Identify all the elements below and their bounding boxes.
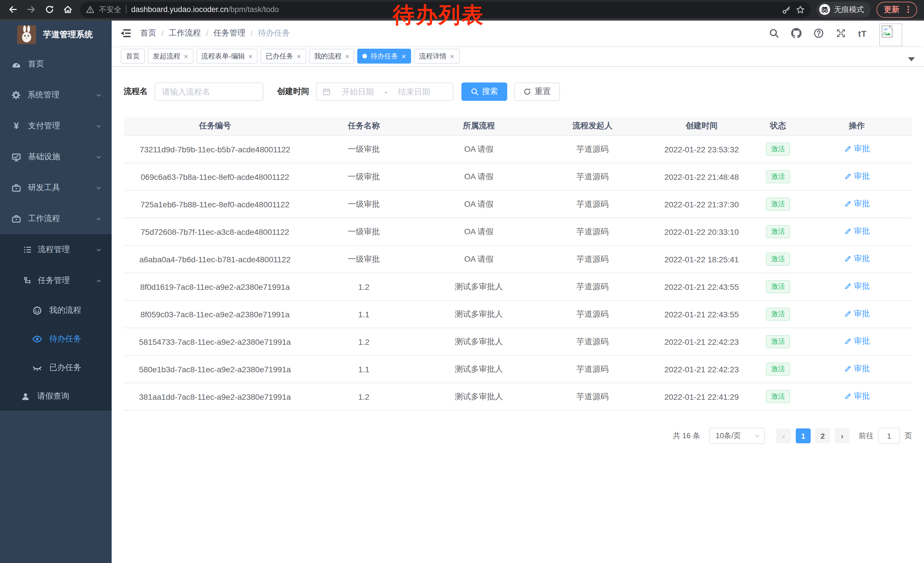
help-icon[interactable] (813, 28, 824, 38)
browser-toolbar: 不安全 dashboard.yudao.iocoder.cn/bpm/task/… (0, 0, 924, 21)
reset-button[interactable]: 重置 (514, 83, 560, 101)
pencil-icon (844, 282, 852, 290)
password-key-icon[interactable] (782, 5, 791, 14)
approve-link[interactable]: 审批 (844, 254, 870, 264)
approve-link[interactable]: 审批 (844, 391, 870, 401)
close-icon[interactable]: × (450, 53, 454, 60)
search-icon[interactable] (769, 28, 779, 38)
breadcrumb-workflow[interactable]: 工作流程 (169, 28, 201, 38)
sidebar-item-home[interactable]: 首页 (0, 49, 112, 80)
task-id: 580e1b3d-7ac8-11ec-a9e2-a2380e71991a (124, 365, 306, 374)
next-page-button[interactable]: › (835, 428, 850, 443)
sidebar-item-leave-query[interactable]: 请假查询 (0, 382, 112, 411)
process-name-label: 流程名 (124, 87, 148, 97)
app-title: 芋道管理系统 (43, 29, 93, 40)
column-initiator: 流程发起人 (536, 121, 649, 131)
sidebar-item-process-management[interactable]: 流程管理 (0, 234, 112, 265)
sidebar-item-system[interactable]: 系统管理 (0, 80, 112, 111)
end-date-input[interactable] (391, 87, 438, 96)
pencil-icon (844, 227, 852, 236)
address-bar[interactable]: 不安全 dashboard.yudao.iocoder.cn/bpm/task/… (80, 2, 811, 18)
bookmark-star-icon[interactable] (796, 5, 805, 14)
approve-link[interactable]: 审批 (844, 199, 870, 209)
briefcase-icon (12, 183, 21, 193)
page-button-2[interactable]: 2 (815, 428, 830, 443)
pagination: 共 16 条 10条/页 ‹ 1 2 › 前往 页 (124, 428, 912, 444)
browser-update-button[interactable]: 更新 (876, 2, 917, 18)
avatar-dropdown-caret[interactable] (908, 57, 915, 61)
close-icon[interactable]: × (297, 53, 301, 60)
close-icon[interactable]: × (184, 53, 188, 60)
browser-menu-icon[interactable] (904, 5, 912, 14)
date-range-picker[interactable]: - (316, 83, 453, 101)
user-avatar[interactable] (879, 24, 902, 47)
close-icon[interactable]: × (248, 53, 252, 60)
approve-link[interactable]: 审批 (844, 144, 870, 154)
sidebar-item-infrastructure[interactable]: 基础设施 (0, 141, 112, 173)
column-task-id: 任务编号 (124, 121, 306, 131)
sidebar-item-payment[interactable]: ¥ 支付管理 (0, 111, 112, 141)
pencil-icon (844, 337, 852, 345)
tab-done-tasks[interactable]: 已办任务 × (261, 49, 306, 63)
task-id: 73211d9d-7b9b-11ec-b5b7-acde48001122 (124, 145, 306, 154)
browser-reload-button[interactable] (41, 2, 57, 18)
browser-back-button[interactable] (4, 2, 21, 18)
tab-process-form-edit[interactable]: 流程表单-编辑 × (196, 49, 258, 63)
breadcrumb-home[interactable]: 首页 (140, 28, 156, 38)
browser-home-button[interactable] (60, 2, 76, 18)
sidebar-item-dev-tools[interactable]: 研发工具 (0, 173, 112, 203)
goto-page-input[interactable] (878, 428, 900, 444)
task-id: 381aa1dd-7ac8-11ec-a9e2-a2380e71991a (124, 392, 306, 401)
github-icon[interactable] (791, 28, 801, 38)
eye-icon (32, 334, 42, 344)
tab-start-process[interactable]: 发起流程 × (148, 49, 193, 63)
task-id: 58154733-7ac8-11ec-a9e2-a2380e71991a (124, 337, 306, 346)
calendar-icon (322, 87, 331, 96)
close-icon[interactable]: × (402, 53, 406, 60)
sidebar-logo[interactable]: 芋道管理系统 (0, 21, 112, 49)
browser-forward-button[interactable] (23, 2, 39, 18)
status-badge: 激活 (766, 335, 790, 348)
search-button[interactable]: 搜索 (461, 83, 507, 101)
monitor-icon (12, 152, 21, 162)
start-date-input[interactable] (334, 87, 381, 96)
page-button-1[interactable]: 1 (796, 428, 811, 443)
broken-image-icon (881, 25, 894, 38)
approve-link[interactable]: 审批 (844, 226, 870, 237)
tab-home[interactable]: 首页 (121, 49, 145, 63)
breadcrumb-task-management[interactable]: 任务管理 (213, 28, 246, 38)
sidebar-item-my-process[interactable]: 我的流程 (0, 296, 112, 325)
chevron-down-icon (96, 154, 102, 160)
page-size-select[interactable]: 10条/页 (710, 428, 765, 444)
logo-image (17, 25, 36, 44)
sidebar-item-done-tasks[interactable]: 已办任务 (0, 353, 112, 382)
sidebar-item-task-management[interactable]: 任务管理 (0, 265, 112, 296)
sidebar-item-workflow[interactable]: 工作流程 (0, 203, 112, 234)
table-row: 75d72608-7b7f-11ec-a3c8-acde48001122 一级审… (124, 218, 912, 246)
security-label[interactable]: 不安全 (99, 4, 122, 15)
process-name-input[interactable] (154, 83, 263, 101)
tab-process-detail[interactable]: 流程详情 × (414, 49, 459, 63)
tab-my-process[interactable]: 我的流程 × (309, 49, 355, 63)
font-size-icon[interactable]: tT (858, 29, 867, 38)
close-icon[interactable]: × (345, 53, 350, 60)
approve-link[interactable]: 审批 (844, 171, 870, 182)
approve-link[interactable]: 审批 (844, 364, 870, 374)
status-badge: 激活 (766, 170, 790, 183)
hamburger-icon (120, 27, 132, 39)
sidebar-toggle-button[interactable] (112, 21, 140, 46)
not-secure-icon[interactable] (86, 5, 94, 14)
sidebar-item-todo-tasks[interactable]: 待办任务 (0, 325, 112, 353)
pencil-icon (844, 145, 852, 153)
url-text[interactable]: dashboard.yudao.iocoder.cn/bpm/task/todo (131, 5, 279, 14)
status-badge: 激活 (766, 390, 790, 403)
approve-link[interactable]: 审批 (844, 336, 870, 347)
column-task-name: 任务名称 (306, 121, 422, 131)
approve-link[interactable]: 审批 (844, 281, 870, 291)
prev-page-button[interactable]: ‹ (776, 428, 791, 443)
update-label[interactable]: 更新 (884, 4, 899, 15)
fullscreen-icon[interactable] (836, 28, 846, 38)
task-id: a6aba0a4-7b6d-11ec-b781-acde48001122 (124, 255, 306, 264)
tab-todo-tasks[interactable]: 待办任务 × (357, 49, 411, 63)
approve-link[interactable]: 审批 (844, 309, 870, 319)
